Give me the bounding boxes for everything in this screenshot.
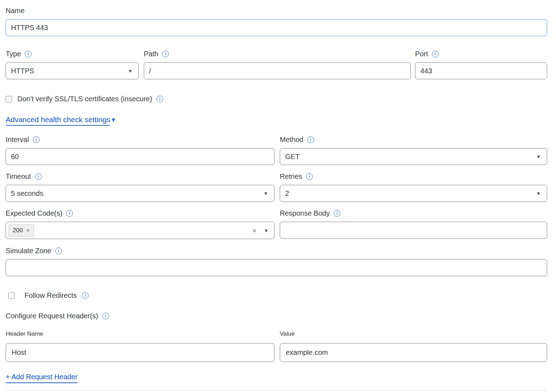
retries-select-value: 2 — [285, 189, 289, 198]
simulate-zone-label: Simulate Zone — [6, 247, 51, 255]
interval-input[interactable] — [6, 148, 274, 165]
chevron-down-icon: ▼ — [264, 228, 268, 233]
path-input[interactable] — [144, 62, 411, 79]
expected-codes-select[interactable]: 200 × × ▼ — [6, 222, 274, 239]
response-body-input[interactable] — [280, 222, 547, 239]
response-body-label: Response Body — [280, 209, 330, 217]
info-icon[interactable]: i — [102, 313, 109, 319]
type-select-value: HTTPS — [11, 67, 34, 75]
timeout-retries-row: Timeout i 5 seconds ▼ Retries i 2 ▼ — [6, 172, 547, 202]
timeout-select[interactable]: 5 seconds ▼ — [6, 185, 274, 202]
clear-all-icon[interactable]: × — [253, 227, 256, 234]
follow-redirects-row: Follow Redirects i — [8, 291, 547, 300]
follow-redirects-label: Follow Redirects — [24, 291, 77, 300]
health-check-form: Name Type i HTTPS ▼ Path i Port i — [0, 0, 556, 391]
expected-code-tag: 200 × — [8, 225, 34, 237]
info-icon[interactable]: i — [306, 173, 313, 180]
request-headers-section-title-row: Configure Request Header(s) i — [6, 311, 547, 320]
request-header-row: Header Name Value — [6, 330, 547, 362]
add-request-header-row: + Add Request Header — [6, 373, 547, 383]
header-value-field-group: Value — [280, 330, 547, 362]
advanced-settings-link[interactable]: Advanced health check settings — [6, 115, 110, 126]
name-label: Name — [6, 7, 24, 15]
response-body-field-group: Response Body i — [280, 209, 547, 239]
chevron-down-icon: ▼ — [536, 191, 541, 196]
timeout-field-group: Timeout i 5 seconds ▼ — [6, 172, 274, 202]
retries-label: Retries — [280, 172, 302, 181]
chevron-down-icon: ▼ — [263, 191, 268, 196]
expected-codes-field-group: Expected Code(s) i 200 × × ▼ — [6, 209, 274, 239]
type-field-group: Type i HTTPS ▼ — [6, 50, 139, 79]
header-name-input[interactable] — [6, 343, 274, 362]
verify-ssl-label: Don't verify SSL/TLS certificates (insec… — [17, 95, 152, 103]
header-value-label: Value — [280, 330, 295, 337]
timeout-select-value: 5 seconds — [11, 189, 43, 198]
info-icon[interactable]: i — [25, 51, 32, 57]
header-value-input[interactable] — [280, 343, 547, 362]
follow-redirects-checkbox[interactable] — [8, 292, 15, 299]
request-headers-section-title: Configure Request Header(s) — [6, 312, 98, 320]
type-path-port-row: Type i HTTPS ▼ Path i Port i — [6, 50, 547, 79]
expected-code-tag-label: 200 — [13, 227, 23, 234]
timeout-label: Timeout — [6, 172, 31, 181]
info-icon[interactable]: i — [33, 136, 40, 143]
retries-field-group: Retries i 2 ▼ — [280, 172, 547, 202]
chevron-down-icon: ▼ — [128, 69, 132, 73]
info-icon[interactable]: i — [157, 96, 163, 102]
simulate-zone-field-group: Simulate Zone i — [6, 246, 547, 276]
multiselect-controls: × ▼ — [253, 227, 268, 234]
path-label: Path — [144, 50, 158, 58]
interval-field-group: Interval i — [6, 135, 274, 165]
info-icon[interactable]: i — [307, 136, 314, 143]
interval-method-row: Interval i Method i GET ▼ — [6, 135, 547, 165]
simulate-zone-input[interactable] — [6, 259, 547, 276]
chevron-down-icon: ▼ — [536, 154, 541, 159]
method-select[interactable]: GET ▼ — [280, 148, 547, 165]
section-divider — [6, 390, 547, 391]
remove-tag-icon[interactable]: × — [26, 228, 29, 233]
port-label: Port — [415, 50, 428, 58]
info-icon[interactable]: i — [55, 248, 62, 254]
type-label: Type — [6, 50, 21, 58]
info-icon[interactable]: i — [334, 210, 340, 217]
port-field-group: Port i — [415, 50, 547, 79]
method-field-group: Method i GET ▼ — [280, 135, 547, 165]
info-icon[interactable]: i — [35, 173, 42, 180]
name-field-group: Name — [6, 6, 547, 36]
info-icon[interactable]: i — [82, 292, 89, 299]
type-select[interactable]: HTTPS ▼ — [6, 62, 139, 79]
path-field-group: Path i — [144, 50, 411, 79]
codes-body-row: Expected Code(s) i 200 × × ▼ Response Bo… — [6, 209, 547, 239]
info-icon[interactable]: i — [66, 210, 73, 217]
interval-label: Interval — [6, 136, 29, 144]
add-request-header-link[interactable]: + Add Request Header — [6, 373, 78, 383]
retries-select[interactable]: 2 ▼ — [280, 185, 547, 202]
name-input[interactable] — [6, 19, 547, 36]
method-select-value: GET — [285, 153, 300, 161]
port-input[interactable] — [415, 62, 547, 79]
info-icon[interactable]: i — [432, 51, 439, 57]
header-name-label: Header Name — [6, 330, 43, 337]
triangle-down-icon: ▼ — [110, 117, 116, 123]
verify-ssl-checkbox[interactable] — [6, 96, 12, 102]
advanced-settings-row: Advanced health check settings ▼ — [6, 115, 547, 126]
header-name-field-group: Header Name — [6, 330, 274, 362]
method-label: Method — [280, 136, 303, 144]
expected-codes-label: Expected Code(s) — [6, 209, 62, 217]
verify-ssl-row: Don't verify SSL/TLS certificates (insec… — [6, 95, 547, 103]
info-icon[interactable]: i — [162, 51, 169, 57]
